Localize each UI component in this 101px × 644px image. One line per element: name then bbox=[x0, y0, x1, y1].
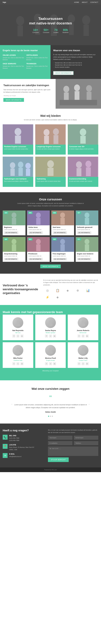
contact-location-text: LOCATIE Rock Street, 21 Avenue, New York… bbox=[9, 444, 34, 451]
svg-rect-18 bbox=[60, 100, 97, 105]
engels-title: Engels leren op de beste manier bbox=[3, 49, 48, 52]
contact-item-location: 📍 LOCATIE Rock Street, 21 Avenue, New Yo… bbox=[3, 444, 44, 451]
hero-section: Taalcursussen met native-level docenten … bbox=[0, 4, 101, 45]
dot-2[interactable] bbox=[50, 416, 51, 417]
feature-seminars-title: ONZE SEMINARS bbox=[3, 63, 24, 65]
svg-rect-36 bbox=[26, 169, 30, 176]
team-avatar-1 bbox=[12, 317, 23, 328]
cursus-price-4: $37 bbox=[77, 212, 81, 214]
contact-item-phone: 📞 BEL ONS (123) 456-7890 (123) 456-7890 bbox=[3, 435, 44, 442]
twitter-icon-6[interactable]: t bbox=[82, 362, 85, 365]
svg-rect-13 bbox=[64, 92, 69, 100]
meer-info-button[interactable]: MEER INFORMATIE bbox=[53, 71, 74, 75]
cursus-body-4: Zelfstudic gevancell Lorem ipsum dolor s… bbox=[76, 225, 99, 235]
svg-point-80 bbox=[81, 351, 85, 354]
contact-right: Als u in een van uw taalcursussen het be… bbox=[48, 429, 98, 462]
cursus-price-8: $71 bbox=[77, 238, 81, 240]
stat-label-3: Locaties bbox=[53, 32, 58, 33]
twitter-icon-1[interactable]: t bbox=[16, 334, 19, 338]
cursus-btn-7[interactable]: ZIE INFORMATIE bbox=[53, 258, 67, 260]
wat-label-desc-3: Et dolore magna aliqua ut enim ad minim. bbox=[69, 148, 97, 150]
svg-point-31 bbox=[10, 162, 15, 168]
wat-label-title-5: Taaltraining bbox=[37, 178, 65, 180]
form-row-1 bbox=[48, 436, 98, 440]
logo-2: 📋 bbox=[53, 288, 62, 293]
dot-1[interactable] bbox=[48, 416, 49, 417]
svg-rect-17 bbox=[87, 92, 92, 100]
team-member-role-2: Middle spreker bbox=[38, 332, 63, 334]
submit-button[interactable]: STUUR BERICHT bbox=[48, 458, 69, 462]
cursus-desc-8: Lorem ipsum dolor sit. bbox=[77, 255, 97, 257]
team-social-4: f t in bbox=[5, 362, 31, 365]
contact-title: Heeft u nog vragen? bbox=[3, 429, 44, 432]
testimonial-prev-arrow[interactable]: ‹ bbox=[10, 402, 14, 406]
facebook-icon-4[interactable]: f bbox=[12, 362, 15, 365]
logo-icon-4: ⊕ bbox=[77, 289, 79, 292]
svg-rect-2 bbox=[17, 26, 23, 36]
linkedin-icon-2[interactable]: in bbox=[53, 334, 56, 338]
testimonial-next-arrow[interactable]: › bbox=[87, 402, 91, 406]
dot-3[interactable] bbox=[52, 416, 53, 417]
cursus-btn-4[interactable]: ZIE INFORMATIE bbox=[77, 232, 91, 234]
twitter-icon-3[interactable]: t bbox=[82, 334, 85, 338]
cursus-name-5: Gesprekstraining bbox=[4, 253, 24, 255]
twitter-icon-4[interactable]: t bbox=[16, 362, 19, 365]
stat-cursussen: 10+ Cursussen bbox=[32, 28, 39, 33]
avatar-icon-3 bbox=[80, 319, 87, 326]
cursus-btn-8[interactable]: ZIE INFORMATIE bbox=[77, 258, 91, 260]
phone-input[interactable] bbox=[74, 441, 98, 445]
contact-section: Heeft u nog vragen? 📞 BEL ONS (123) 456-… bbox=[0, 424, 101, 468]
waarom-title: Waarom voor ons kiezen bbox=[53, 49, 98, 52]
cursus-btn-3[interactable]: ZIE INFORMATIE bbox=[53, 232, 67, 234]
svg-point-23 bbox=[43, 129, 49, 136]
testimonial-text: Lorem ipsum dolor sit amet, consectetur … bbox=[14, 404, 87, 409]
svg-rect-44 bbox=[86, 168, 91, 176]
testimonials-section: Wat onze cursisten zeggen ‹ " Lorem ipsu… bbox=[0, 380, 101, 424]
twitter-icon-5[interactable]: t bbox=[49, 362, 52, 365]
facebook-icon-6[interactable]: f bbox=[78, 362, 81, 365]
vertrouwd-left: Vertrouwd door 's werelds toonaangevende… bbox=[3, 284, 39, 295]
cursus-btn-5[interactable]: ZIE INFORMATIE bbox=[4, 258, 18, 260]
linkedin-icon-4[interactable]: in bbox=[20, 362, 23, 365]
cursus-desc-4: Lorem ipsum dolor sit. bbox=[77, 229, 97, 230]
linkedin-icon-5[interactable]: in bbox=[53, 362, 56, 365]
cursus-btn-2[interactable]: ZIE INFORMATIE bbox=[28, 232, 43, 234]
team-social-5: f t in bbox=[38, 362, 63, 365]
wat-item-3: Cursussen voor 35+ Et dolore magna aliqu… bbox=[68, 124, 98, 154]
business-btn[interactable]: MEER INFORMATIE bbox=[3, 98, 24, 102]
cursus-btn-1[interactable]: ZIE INFORMATIE bbox=[4, 232, 18, 234]
facebook-icon-5[interactable]: f bbox=[45, 362, 48, 365]
nav-contact[interactable]: CONTACT bbox=[90, 2, 98, 3]
svg-point-58 bbox=[11, 239, 16, 244]
location-icon: 📍 bbox=[4, 445, 6, 448]
linkedin-icon-1[interactable]: in bbox=[20, 334, 23, 338]
svg-rect-42 bbox=[77, 168, 82, 176]
cursussen-meer-info-btn[interactable]: MEER INFORMATIE bbox=[40, 264, 61, 268]
twitter-icon-2[interactable]: t bbox=[49, 334, 52, 338]
svg-point-55 bbox=[85, 212, 89, 218]
contact-phone-line1: (123) 456-7890 bbox=[9, 437, 19, 439]
stat-locaties: 74 Locaties bbox=[53, 28, 58, 33]
svg-point-61 bbox=[36, 239, 41, 244]
nav-about[interactable]: ABOUT bbox=[82, 2, 88, 3]
stat-label-4: Studenten bbox=[63, 32, 69, 33]
firstname-input[interactable] bbox=[48, 436, 73, 440]
lastname-input[interactable] bbox=[74, 436, 98, 440]
facebook-icon-2[interactable]: f bbox=[45, 334, 48, 338]
email-input[interactable] bbox=[48, 441, 73, 445]
contact-location-label: LOCATIE bbox=[9, 444, 34, 446]
svg-rect-40 bbox=[68, 156, 98, 177]
cursus-btn-6[interactable]: ZIE INFORMATIE bbox=[28, 258, 43, 260]
vertrouwd-right: Er is in een van je speciale bescherming… bbox=[43, 279, 98, 300]
facebook-icon-3[interactable]: f bbox=[78, 334, 81, 338]
cursus-name-3: Snel leren bbox=[53, 226, 73, 228]
business-img-placeholder bbox=[56, 79, 101, 109]
business-text: Taalcursussen en zakelijke trainingen Ta… bbox=[0, 79, 56, 109]
message-textarea[interactable] bbox=[48, 446, 98, 456]
facebook-icon-1[interactable]: f bbox=[12, 334, 15, 338]
svg-point-49 bbox=[36, 212, 41, 218]
cursus-body-7: Friss beginingen Lorem ipsum dolor sit. … bbox=[51, 252, 74, 262]
nav-home[interactable]: HOME bbox=[74, 2, 79, 3]
linkedin-icon-3[interactable]: in bbox=[86, 334, 89, 338]
linkedin-icon-6[interactable]: in bbox=[86, 362, 89, 365]
